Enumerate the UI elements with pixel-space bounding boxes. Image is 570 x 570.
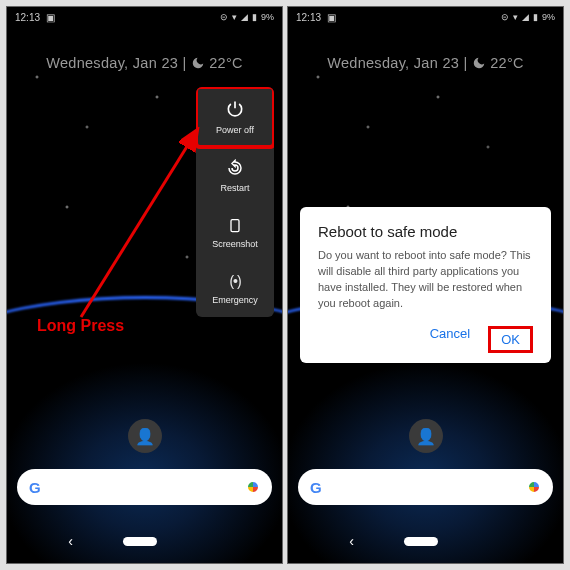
dnd-icon: ⊝ <box>220 12 228 22</box>
temperature: 22°C <box>209 55 243 71</box>
clock: 12:13 <box>15 12 40 23</box>
emergency-label: Emergency <box>212 295 258 305</box>
phone-right: 12:13 ▣ ⊝ ▾ ◢ ▮ 9% Wednesday, Jan 23 | 2… <box>287 6 564 564</box>
separator: | <box>459 55 472 71</box>
home-pill[interactable] <box>123 537 157 546</box>
battery-icon: ▮ <box>533 12 538 22</box>
date-text: Wednesday, Jan 23 <box>327 55 459 71</box>
restart-label: Restart <box>220 183 249 193</box>
signal-icon: ◢ <box>522 12 529 22</box>
battery-percent: 9% <box>542 12 555 22</box>
ok-button[interactable]: OK <box>488 326 533 353</box>
power-off-label: Power off <box>216 125 254 135</box>
date-text: Wednesday, Jan 23 <box>46 55 178 71</box>
avatar-icon: 👤 <box>135 427 155 446</box>
nav-bar: ‹ <box>7 533 282 549</box>
phone-left: 12:13 ▣ ⊝ ▾ ◢ ▮ 9% Wednesday, Jan 23 | 2… <box>6 6 283 564</box>
assistant-icon[interactable] <box>527 480 541 494</box>
notification-icon: ▣ <box>327 12 336 23</box>
dialog-actions: Cancel OK <box>318 326 533 353</box>
dnd-icon: ⊝ <box>501 12 509 22</box>
status-left: 12:13 ▣ <box>15 12 55 23</box>
avatar[interactable]: 👤 <box>128 419 162 453</box>
temperature: 22°C <box>490 55 524 71</box>
annotation-text: Long Press <box>37 317 124 335</box>
cancel-button[interactable]: Cancel <box>430 326 470 353</box>
emergency-icon: (•) <box>229 273 240 289</box>
screenshot-label: Screenshot <box>212 239 258 249</box>
notification-icon: ▣ <box>46 12 55 23</box>
wifi-icon: ▾ <box>232 12 237 22</box>
search-bar[interactable]: G <box>17 469 272 505</box>
signal-icon: ◢ <box>241 12 248 22</box>
dialog-title: Reboot to safe mode <box>318 223 533 240</box>
separator: | <box>178 55 191 71</box>
status-bar: 12:13 ▣ ⊝ ▾ ◢ ▮ 9% <box>7 7 282 27</box>
svg-rect-0 <box>231 220 239 232</box>
avatar[interactable]: 👤 <box>409 419 443 453</box>
battery-icon: ▮ <box>252 12 257 22</box>
date-weather-widget[interactable]: Wednesday, Jan 23 | 22°C <box>288 55 563 73</box>
screenshot-icon <box>227 217 243 233</box>
power-icon <box>225 99 245 119</box>
dialog-body: Do you want to reboot into safe mode? Th… <box>318 248 533 312</box>
google-logo: G <box>310 479 322 496</box>
nav-bar: ‹ <box>288 533 563 549</box>
home-pill[interactable] <box>404 537 438 546</box>
battery-percent: 9% <box>261 12 274 22</box>
wifi-icon: ▾ <box>513 12 518 22</box>
clock: 12:13 <box>296 12 321 23</box>
avatar-icon: 👤 <box>416 427 436 446</box>
status-bar: 12:13 ▣ ⊝ ▾ ◢ ▮ 9% <box>288 7 563 27</box>
assistant-icon[interactable] <box>246 480 260 494</box>
back-button[interactable]: ‹ <box>68 533 73 549</box>
annotation-arrow <box>71 122 211 332</box>
status-left: 12:13 ▣ <box>296 12 336 23</box>
safe-mode-dialog: Reboot to safe mode Do you want to reboo… <box>300 207 551 363</box>
moon-icon <box>191 56 205 73</box>
svg-line-1 <box>81 132 196 317</box>
back-button[interactable]: ‹ <box>349 533 354 549</box>
search-bar[interactable]: G <box>298 469 553 505</box>
status-right: ⊝ ▾ ◢ ▮ 9% <box>501 12 555 22</box>
moon-icon <box>472 56 486 73</box>
restart-icon <box>226 159 244 177</box>
date-weather-widget[interactable]: Wednesday, Jan 23 | 22°C <box>7 55 282 73</box>
google-logo: G <box>29 479 41 496</box>
status-right: ⊝ ▾ ◢ ▮ 9% <box>220 12 274 22</box>
